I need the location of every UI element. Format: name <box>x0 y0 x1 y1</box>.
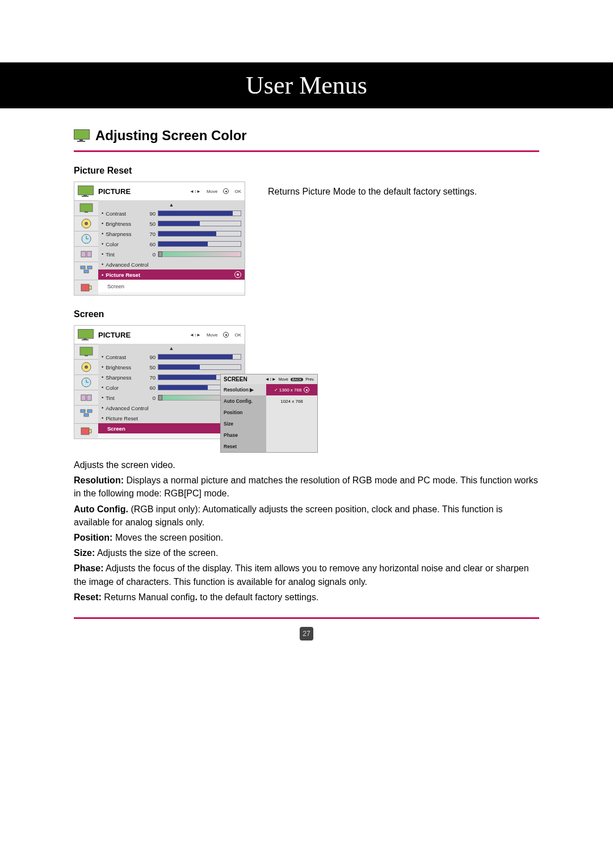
menu-item-brightness[interactable]: • Brightness 50 <box>98 362 245 372</box>
sidebar-item-picture[interactable] <box>74 344 98 359</box>
submenu-item-phase[interactable]: Phase <box>221 429 266 441</box>
osd-sidebar <box>74 344 98 423</box>
page-title-bar: User Menus <box>0 62 613 108</box>
svg-rect-26 <box>81 428 89 435</box>
auto-config-description: Auto Config. (RGB input only): Automatic… <box>74 503 539 529</box>
svg-rect-21 <box>81 395 86 401</box>
sidebar-item-audio[interactable] <box>74 359 98 374</box>
svg-rect-13 <box>89 286 91 289</box>
submenu-legend: ◄↕► Move BACK Prev. <box>265 377 314 382</box>
svg-rect-10 <box>87 266 92 269</box>
nav-arrows-icon: ◄↕► <box>265 377 276 382</box>
svg-rect-14 <box>80 347 93 355</box>
resolution-option-1360[interactable]: ✓ 1360 x 768 <box>266 384 317 395</box>
resolution-option-1024[interactable]: 1024 x 768 <box>266 395 317 407</box>
ok-icon <box>234 271 241 278</box>
menu-item-contrast[interactable]: • Contrast 90 <box>98 352 245 362</box>
svg-rect-8 <box>87 251 91 257</box>
scroll-up-icon[interactable]: ▲ <box>98 201 245 208</box>
screen-heading: Screen <box>74 309 539 319</box>
nav-arrows-icon: ◄↕► <box>190 189 201 194</box>
menu-item-advanced[interactable]: • Advanced Control <box>98 259 245 269</box>
section-title: Adjusting Screen Color <box>95 128 247 144</box>
nav-arrows-icon: ◄↕► <box>190 332 201 338</box>
svg-rect-22 <box>87 395 91 401</box>
svg-rect-0 <box>80 204 93 212</box>
osd-legend: ◄↕► Move OK <box>190 332 241 338</box>
menu-item-picture-reset-selected[interactable]: • Picture Reset <box>98 269 245 280</box>
selected-icon <box>304 387 309 393</box>
size-description: Size: Adjusts the size of the screen. <box>74 546 539 559</box>
sidebar-item-time[interactable] <box>74 231 98 246</box>
ok-icon <box>223 332 229 338</box>
screen-submenu: SCREEN ◄↕► Move BACK Prev. Resolution ▶ … <box>220 374 318 453</box>
svg-rect-15 <box>85 355 88 356</box>
submenu-title: SCREEN <box>224 376 262 382</box>
screen-intro: Adjusts the screen video. <box>74 458 539 471</box>
svg-point-17 <box>85 365 88 369</box>
reset-description: Reset: Returns Manual config. to the def… <box>74 591 539 604</box>
osd-sidebar <box>74 200 98 280</box>
phase-description: Phase: Adjusts the focus of the display.… <box>74 562 539 588</box>
svg-rect-11 <box>84 270 89 273</box>
ok-icon <box>223 188 229 194</box>
monitor-icon <box>78 186 94 197</box>
sidebar-item-network[interactable] <box>74 405 98 420</box>
osd-legend: ◄↕► Move OK <box>190 188 241 194</box>
svg-rect-12 <box>81 284 89 291</box>
svg-rect-25 <box>84 414 89 416</box>
submenu-item-auto-config[interactable]: Auto Config. <box>221 395 266 407</box>
submenu-item-size[interactable]: Size <box>221 418 266 429</box>
sidebar-item-audio[interactable] <box>74 216 98 231</box>
osd-panel-screen: PICTURE ◄↕► Move OK <box>74 325 245 439</box>
sidebar-item-option[interactable] <box>74 246 98 262</box>
resolution-description: Resolution: Displays a normal picture an… <box>74 474 539 500</box>
svg-rect-7 <box>81 251 86 257</box>
osd-title: PICTURE <box>98 331 190 339</box>
svg-point-3 <box>85 222 88 225</box>
menu-item-screen[interactable]: Screen <box>98 280 245 292</box>
picture-reset-heading: Picture Reset <box>74 166 539 176</box>
page-number: 27 <box>300 627 313 641</box>
monitor-icon <box>78 329 94 340</box>
sidebar-item-usb[interactable] <box>74 423 98 439</box>
picture-reset-description: Returns Picture Mode to the default fact… <box>268 187 477 196</box>
sidebar-item-picture[interactable] <box>74 200 98 216</box>
osd-panel-picture-reset: PICTURE ◄↕► Move OK <box>74 182 245 296</box>
position-description: Position: Moves the screen position. <box>74 531 539 544</box>
sidebar-item-time[interactable] <box>74 374 98 390</box>
osd-title: PICTURE <box>98 187 190 196</box>
footer-divider <box>74 617 539 619</box>
submenu-item-resolution[interactable]: Resolution ▶ <box>221 384 266 395</box>
submenu-item-reset[interactable]: Reset <box>221 441 266 452</box>
monitor-icon <box>74 129 90 142</box>
sidebar-item-network[interactable] <box>74 262 98 277</box>
sidebar-item-option[interactable] <box>74 390 98 405</box>
sidebar-item-usb[interactable] <box>74 280 98 295</box>
section-header: Adjusting Screen Color <box>74 128 539 152</box>
menu-item-tint[interactable]: • Tint 0 <box>98 249 245 259</box>
menu-item-contrast[interactable]: • Contrast 90 <box>98 208 245 218</box>
svg-rect-27 <box>89 429 91 433</box>
scroll-up-icon[interactable]: ▲ <box>98 345 245 352</box>
submenu-item-position[interactable]: Position <box>221 407 266 418</box>
svg-rect-24 <box>87 410 92 412</box>
svg-rect-23 <box>81 410 85 412</box>
page-title: User Menus <box>246 71 367 99</box>
menu-item-color[interactable]: • Color 60 <box>98 239 245 249</box>
svg-rect-1 <box>85 212 88 213</box>
menu-item-sharpness[interactable]: • Sharpness 70 <box>98 229 245 239</box>
menu-item-brightness[interactable]: • Brightness 50 <box>98 218 245 229</box>
svg-rect-9 <box>81 266 85 269</box>
back-icon: BACK <box>291 378 303 381</box>
